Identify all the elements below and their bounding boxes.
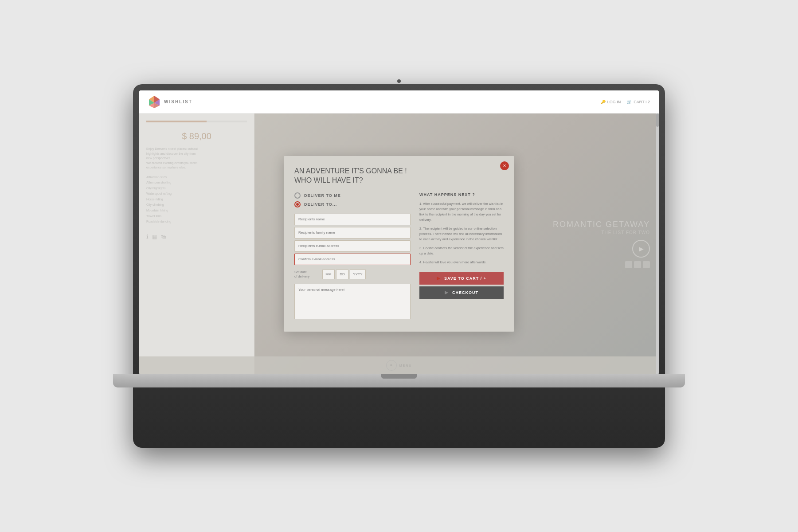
login-link[interactable]: 🔑 LOG IN <box>601 100 621 104</box>
deliver-to-label: DELIVER TO... <box>304 202 337 207</box>
step3-text: 3. He/she contacts the vendor of the exp… <box>419 246 504 256</box>
recipients-family-name-input[interactable] <box>294 227 411 239</box>
modal-body: DELIVER TO ME DELIVER TO... <box>294 192 504 321</box>
recipients-email-input[interactable] <box>294 240 411 252</box>
date-mm-input[interactable] <box>322 270 335 279</box>
checkout-label: CHECKOUT <box>452 290 478 295</box>
logo-icon <box>148 95 160 109</box>
save-arrow-icon: ▶ <box>437 276 441 281</box>
deliver-to-me-radio[interactable] <box>294 192 301 199</box>
checkout-button[interactable]: ▶ CHECKOUT <box>419 286 504 299</box>
recipients-name-input[interactable] <box>294 214 411 225</box>
logo-text: WISHLIST <box>164 99 192 104</box>
modal-left-col: DELIVER TO ME DELIVER TO... <box>294 192 411 321</box>
modal-title: AN ADVENTURE IT'S GONNA BE ! WHO WILL HA… <box>294 167 504 185</box>
scrollbar[interactable] <box>656 113 659 374</box>
date-row: Set date of delivery <box>294 270 411 279</box>
modal-overlay: × AN ADVENTURE IT'S GONNA BE ! WHO WILL … <box>139 113 659 374</box>
deliver-to-me-option[interactable]: DELIVER TO ME <box>294 192 411 199</box>
what-happens-title: WHAT HAPPENS NEXT ? <box>419 192 504 197</box>
laptop-frame: WISHLIST 🔑 LOG IN 🛒 CART I 2 <box>133 84 665 448</box>
action-buttons: ▶ SAVE TO CART / + ▶ CHECKOUT <box>419 272 504 299</box>
confirm-email-input[interactable] <box>294 254 411 265</box>
laptop-notch <box>381 374 417 379</box>
website: WISHLIST 🔑 LOG IN 🛒 CART I 2 <box>139 90 659 374</box>
date-inputs <box>322 270 366 279</box>
deliver-to-radio[interactable] <box>294 201 301 207</box>
laptop-camera <box>397 79 401 83</box>
save-to-cart-button[interactable]: ▶ SAVE TO CART / + <box>419 272 504 285</box>
date-label: Set date of delivery <box>294 270 319 279</box>
recipient-form <box>294 214 411 265</box>
modal-right-col: WHAT HAPPENS NEXT ? 1. After successful … <box>419 192 504 321</box>
deliver-to-me-label: DELIVER TO ME <box>304 193 341 198</box>
deliver-to-option[interactable]: DELIVER TO... <box>294 201 411 207</box>
step2-text: 2. The recipient will be guided to our o… <box>419 226 504 242</box>
personal-message-textarea[interactable] <box>294 284 411 319</box>
logo-area: WISHLIST <box>148 95 192 109</box>
scrollbar-thumb <box>656 113 659 127</box>
modal-close-button[interactable]: × <box>500 161 509 170</box>
modal-dialog: × AN ADVENTURE IT'S GONNA BE ! WHO WILL … <box>284 156 514 332</box>
site-header: WISHLIST 🔑 LOG IN 🛒 CART I 2 <box>139 90 659 113</box>
key-icon: 🔑 <box>601 100 606 104</box>
delivery-options: DELIVER TO ME DELIVER TO... <box>294 192 411 207</box>
header-nav: 🔑 LOG IN 🛒 CART I 2 <box>601 100 650 104</box>
step1-text: 1. After successful payment, we will del… <box>419 201 504 223</box>
cart-icon: 🛒 <box>627 100 632 104</box>
save-to-cart-label: SAVE TO CART / + <box>444 276 486 281</box>
checkout-arrow-icon: ▶ <box>445 290 449 295</box>
step4-text: 4. He/she will love you even more afterw… <box>419 260 504 265</box>
laptop-base <box>113 374 685 387</box>
cart-link[interactable]: 🛒 CART I 2 <box>627 100 650 104</box>
date-dd-input[interactable] <box>336 270 348 279</box>
date-yyyy-input[interactable] <box>350 270 366 279</box>
laptop-screen: WISHLIST 🔑 LOG IN 🛒 CART I 2 <box>139 90 659 374</box>
